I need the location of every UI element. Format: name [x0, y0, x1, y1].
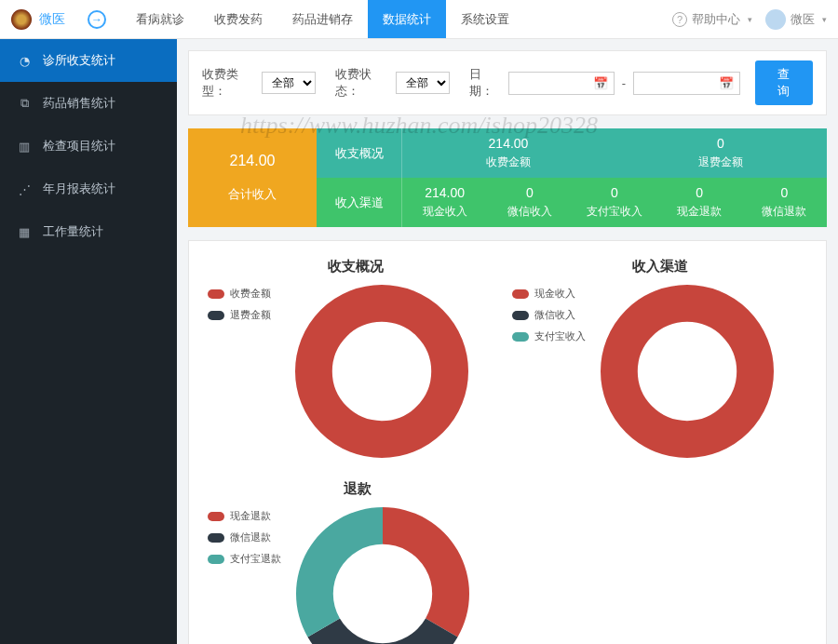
top-tab[interactable]: 收费发药 — [199, 0, 277, 38]
svg-point-0 — [314, 303, 450, 439]
legend-item: 支付宝收入 — [512, 329, 586, 343]
top-tab[interactable]: 数据统计 — [368, 0, 446, 38]
legend-swatch — [208, 512, 224, 521]
sidebar-item[interactable]: ▥检查项目统计 — [0, 125, 177, 168]
summary-cell: 0退费金额 — [615, 128, 827, 178]
legend-label: 收费金额 — [230, 287, 271, 301]
legend-swatch — [208, 533, 224, 543]
calendar-icon: 📅 — [593, 76, 608, 90]
brand-label: 微医 — [39, 11, 65, 28]
summary-cell-value: 0 — [611, 185, 618, 200]
legend-label: 支付宝退款 — [230, 552, 281, 566]
user-name: 微医 — [791, 11, 815, 28]
summary-cell-label: 微信退款 — [762, 204, 806, 220]
legend-label: 微信退款 — [230, 530, 271, 544]
logo-icon — [11, 9, 32, 30]
fee-type-label: 收费类型： — [202, 66, 254, 100]
legend-label: 现金收入 — [534, 287, 575, 301]
line-icon: ⋰ — [17, 182, 32, 196]
legend-swatch — [512, 332, 529, 342]
summary-cell: 214.00收费金额 — [402, 128, 615, 178]
summary-total: 214.00 合计收入 — [188, 128, 317, 227]
summary-cell: 0支付宝收入 — [572, 178, 656, 227]
sidebar-item-label: 诊所收支统计 — [43, 52, 115, 69]
date-sep: - — [622, 76, 626, 90]
chart-title: 收入渠道 — [512, 258, 807, 275]
chart-channels: 收入渠道现金收入微信收入支付宝收入 — [512, 258, 807, 460]
sidebar: ◔诊所收支统计⧉药品销售统计▥检查项目统计⋰年月报表统计▦工作量统计 — [0, 39, 177, 644]
legend-item: 微信收入 — [512, 308, 586, 322]
summary-cards: 214.00 合计收入 收支概况 214.00收费金额0退费金额 收入渠道 21… — [188, 128, 827, 227]
donut-chart — [293, 283, 470, 460]
sidebar-item[interactable]: ⧉药品销售统计 — [0, 82, 177, 125]
avatar-icon — [765, 9, 786, 30]
legend-item: 现金退款 — [208, 509, 281, 523]
summary-cell-value: 0 — [781, 185, 789, 200]
filter-bar: 收费类型： 全部 收费状态： 全部 日期： 📅 - 📅 查询 — [188, 50, 827, 115]
legend-label: 退费金额 — [230, 308, 271, 322]
query-button[interactable]: 查询 — [755, 60, 813, 105]
chart-title: 收支概况 — [208, 258, 503, 275]
sidebar-item-label: 工作量统计 — [43, 223, 103, 240]
date-from-input[interactable]: 📅 — [508, 72, 615, 95]
calendar-icon: 📅 — [719, 76, 734, 90]
sidebar-item-label: 年月报表统计 — [43, 181, 115, 197]
svg-point-1 — [619, 303, 755, 439]
summary-cell-label: 微信收入 — [507, 204, 552, 220]
bar-icon: ▥ — [17, 140, 32, 154]
summary-cell-value: 0 — [526, 185, 534, 200]
summary-cell-label: 支付宝收入 — [587, 204, 642, 220]
summary-total-label: 合计收入 — [228, 186, 277, 203]
legend-item: 支付宝退款 — [208, 552, 281, 566]
legend-item: 收费金额 — [208, 287, 280, 301]
donut-chart — [599, 283, 776, 460]
legend-swatch — [208, 311, 224, 320]
chart-legend: 收费金额退费金额 — [208, 283, 280, 322]
sidebar-item-label: 检查项目统计 — [43, 138, 115, 154]
fee-status-select[interactable]: 全部 — [396, 72, 450, 94]
sidebar-item[interactable]: ▦工作量统计 — [0, 210, 177, 253]
legend-item: 退费金额 — [208, 308, 280, 322]
summary-cell-value: 0 — [696, 185, 703, 200]
chart-legend: 现金收入微信收入支付宝收入 — [512, 283, 586, 343]
help-label: 帮助中心 — [692, 11, 740, 28]
copy-icon: ⧉ — [17, 96, 32, 111]
grid-icon: ▦ — [17, 225, 32, 239]
legend-swatch — [512, 289, 529, 299]
summary-cell-label: 收费金额 — [486, 154, 531, 170]
chart-overview: 收支概况收费金额退费金额 — [208, 258, 503, 460]
summary-row-label: 收入渠道 — [317, 178, 402, 227]
chart-title: 退款 — [208, 480, 507, 498]
top-tab[interactable]: 系统设置 — [446, 0, 524, 38]
fee-type-select[interactable]: 全部 — [262, 72, 316, 94]
refresh-icon[interactable]: → — [88, 10, 106, 29]
chevron-down-icon: ▾ — [748, 15, 752, 24]
user-menu[interactable]: 微医 ▾ — [765, 9, 827, 30]
legend-label: 微信收入 — [534, 308, 575, 322]
summary-row-label: 收支概况 — [317, 128, 402, 178]
summary-cell-label: 退费金额 — [698, 154, 743, 170]
summary-cell: 0现金退款 — [657, 178, 742, 227]
summary-cell: 0微信收入 — [487, 178, 572, 227]
help-icon: ? — [672, 12, 687, 27]
legend-label: 支付宝收入 — [534, 329, 586, 343]
sidebar-item[interactable]: ⋰年月报表统计 — [0, 168, 177, 210]
legend-item: 现金收入 — [512, 287, 586, 301]
fee-status-label: 收费状态： — [335, 66, 387, 100]
topbar: 微医 → 看病就诊收费发药药品进销存数据统计系统设置 ? 帮助中心 ▾ 微医 ▾ — [0, 0, 838, 39]
top-tab[interactable]: 药品进销存 — [277, 0, 368, 38]
sidebar-item[interactable]: ◔诊所收支统计 — [0, 39, 177, 82]
summary-row-overview: 收支概况 214.00收费金额0退费金额 — [317, 128, 827, 178]
date-to-input[interactable]: 📅 — [633, 72, 739, 95]
legend-item: 微信退款 — [208, 530, 281, 544]
legend-label: 现金退款 — [230, 509, 271, 523]
legend-swatch — [208, 289, 224, 299]
legend-swatch — [512, 311, 529, 320]
summary-cell-label: 现金收入 — [423, 204, 467, 220]
sidebar-item-label: 药品销售统计 — [43, 95, 115, 112]
top-tabs: 看病就诊收费发药药品进销存数据统计系统设置 — [121, 0, 524, 38]
donut-chart — [294, 505, 471, 644]
top-tab[interactable]: 看病就诊 — [121, 0, 199, 38]
help-link[interactable]: ? 帮助中心 ▾ — [672, 11, 752, 28]
main-content: 收费类型： 全部 收费状态： 全部 日期： 📅 - 📅 查询 214.00 合计… — [177, 39, 838, 644]
